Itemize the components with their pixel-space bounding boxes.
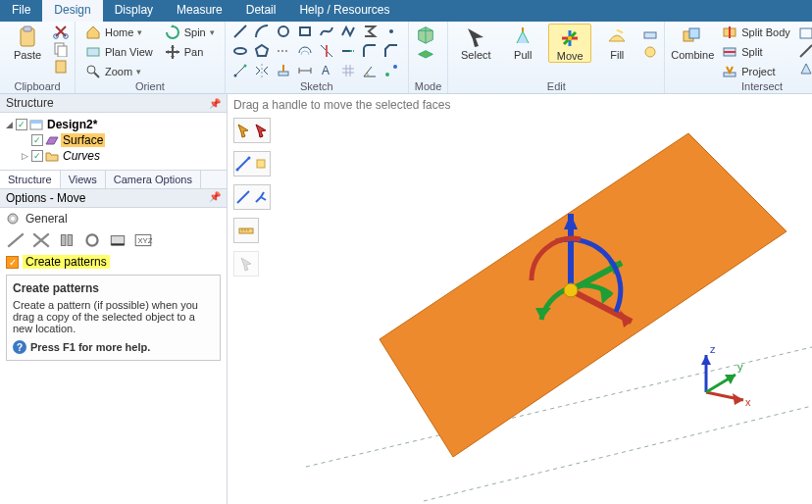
curves-checkbox[interactable]: ✓ xyxy=(31,150,43,162)
sketch-trim-icon[interactable] xyxy=(318,43,335,59)
expand-icon[interactable]: ▷ xyxy=(20,151,29,161)
sketch-fillet-icon[interactable] xyxy=(361,43,379,59)
zoom-label: Zoom xyxy=(105,66,132,77)
design-icon xyxy=(29,118,43,131)
opt-tool4-icon[interactable] xyxy=(82,231,102,249)
sketch-project-icon[interactable] xyxy=(275,63,292,78)
svg-rect-44 xyxy=(689,28,699,38)
3d-viewport[interactable]: Drag a handle to move the selected faces xyxy=(228,94,812,504)
sketch-construction-icon[interactable] xyxy=(275,43,292,59)
mode-3d-icon[interactable] xyxy=(415,24,436,45)
sketch-misc-icon[interactable] xyxy=(382,63,400,78)
options-pin-icon[interactable]: 📌 xyxy=(209,191,221,205)
tab-camera-options[interactable]: Camera Options xyxy=(106,171,201,188)
sketch-ellipse-icon[interactable] xyxy=(231,43,249,59)
spin-button[interactable]: Spin▾ xyxy=(161,24,219,41)
sketch-dimension-icon[interactable] xyxy=(296,63,314,78)
sketch-polygon-icon[interactable] xyxy=(253,43,271,59)
move-button[interactable]: Move xyxy=(548,24,591,63)
menu-help[interactable]: Help / Resources xyxy=(287,0,401,22)
menu-design[interactable]: Design xyxy=(42,0,102,22)
svg-rect-58 xyxy=(30,121,42,124)
sketch-sigma-icon[interactable] xyxy=(361,24,379,39)
surface-checkbox[interactable]: ✓ xyxy=(31,134,43,146)
folder-icon xyxy=(45,149,59,163)
create-patterns-checkbox[interactable]: ✓ xyxy=(6,256,19,269)
select-button[interactable]: Select xyxy=(454,24,497,61)
opt-tool1-icon[interactable] xyxy=(6,231,25,249)
ribbon-group-orient: Home▾ Plan View Zoom▾ Spin▾ Pan Orient xyxy=(76,22,226,93)
svg-point-31 xyxy=(393,65,397,69)
intersect-ex1-icon[interactable] xyxy=(798,25,812,41)
sketch-arc-icon[interactable] xyxy=(253,24,271,39)
copy-icon[interactable] xyxy=(53,41,69,57)
sketch-grid-icon[interactable] xyxy=(339,63,357,78)
svg-rect-41 xyxy=(644,32,656,38)
clipboard-icon[interactable] xyxy=(53,59,69,75)
help-icon: ? xyxy=(13,340,26,354)
surface-label: Surface xyxy=(61,133,105,147)
plan-view-button[interactable]: Plan View xyxy=(81,43,157,61)
scene-canvas[interactable] xyxy=(228,94,812,504)
svg-rect-24 xyxy=(279,72,288,76)
sketch-point-icon[interactable] xyxy=(382,24,400,39)
paste-button[interactable]: Paste xyxy=(6,24,49,61)
orientation-triad[interactable]: z x y xyxy=(688,341,757,410)
menu-measure[interactable]: Measure xyxy=(165,0,234,22)
group-title-orient: Orient xyxy=(81,80,219,93)
create-patterns-option[interactable]: ✓ Create patterns xyxy=(0,253,227,271)
sketch-angle-icon[interactable] xyxy=(361,63,379,78)
tab-structure[interactable]: Structure xyxy=(0,171,61,188)
cut-icon[interactable] xyxy=(53,24,69,39)
project-label: Project xyxy=(741,66,775,77)
tree-curves-row[interactable]: ▷ ✓ Curves xyxy=(4,148,223,164)
tab-views[interactable]: Views xyxy=(61,171,106,188)
sketch-line-icon[interactable] xyxy=(231,24,249,39)
options-title-label: Options - Move xyxy=(6,191,85,205)
svg-point-21 xyxy=(233,75,236,77)
tip-help-row: ? Press F1 for more help. xyxy=(13,340,214,354)
svg-text:A: A xyxy=(322,64,330,77)
left-panel: Structure 📌 ◢ ✓ Design2* ✓ Surface ▷ ✓ C… xyxy=(0,94,228,504)
menu-detail[interactable]: Detail xyxy=(234,0,288,22)
sketch-spline-icon[interactable] xyxy=(318,24,335,39)
menu-display[interactable]: Display xyxy=(103,0,165,22)
split-body-button[interactable]: Split Body xyxy=(718,24,794,41)
pull-button[interactable]: Pull xyxy=(501,24,544,61)
sketch-chamfer-icon[interactable] xyxy=(382,43,400,59)
sketch-polyline-icon[interactable] xyxy=(339,24,357,39)
svg-line-9 xyxy=(94,73,99,77)
opt-tool6-icon[interactable]: XYZ xyxy=(133,231,153,249)
opt-tool2-icon[interactable] xyxy=(31,231,51,249)
sketch-rect-icon[interactable] xyxy=(296,24,314,39)
options-general-row[interactable]: General xyxy=(0,208,227,229)
svg-point-11 xyxy=(279,26,288,36)
edit-extra1-icon[interactable] xyxy=(642,26,658,42)
root-checkbox[interactable]: ✓ xyxy=(16,119,27,130)
home-view-button[interactable]: Home▾ xyxy=(81,24,157,41)
collapse-icon[interactable]: ◢ xyxy=(4,120,14,129)
splitbody-label: Split Body xyxy=(741,26,790,38)
project-button[interactable]: Project xyxy=(718,63,794,80)
opt-tool5-icon[interactable] xyxy=(108,231,127,249)
intersect-ex4-icon[interactable] xyxy=(798,43,812,59)
sketch-extend-icon[interactable] xyxy=(339,43,357,59)
sketch-text-icon[interactable]: A xyxy=(318,63,335,78)
pin-icon[interactable]: 📌 xyxy=(209,98,221,109)
mode-sketch-icon[interactable] xyxy=(415,47,436,69)
combine-button[interactable]: Combine xyxy=(671,24,714,61)
tree-root-row[interactable]: ◢ ✓ Design2* xyxy=(4,117,223,132)
edit-extra2-icon[interactable] xyxy=(642,44,658,60)
fill-button[interactable]: Fill xyxy=(595,24,638,61)
opt-tool3-icon[interactable] xyxy=(57,231,76,249)
menu-file[interactable]: File xyxy=(0,0,42,22)
sketch-offset-icon[interactable] xyxy=(296,43,314,59)
sketch-mirror-icon[interactable] xyxy=(253,63,271,78)
intersect-ex6-icon[interactable] xyxy=(798,61,812,76)
split-button[interactable]: Split xyxy=(718,43,794,61)
pan-button[interactable]: Pan xyxy=(161,43,219,61)
zoom-button[interactable]: Zoom▾ xyxy=(81,63,157,80)
sketch-move-icon[interactable] xyxy=(231,63,249,78)
tree-surface-row[interactable]: ✓ Surface xyxy=(4,132,223,148)
sketch-circle-icon[interactable] xyxy=(275,24,292,39)
